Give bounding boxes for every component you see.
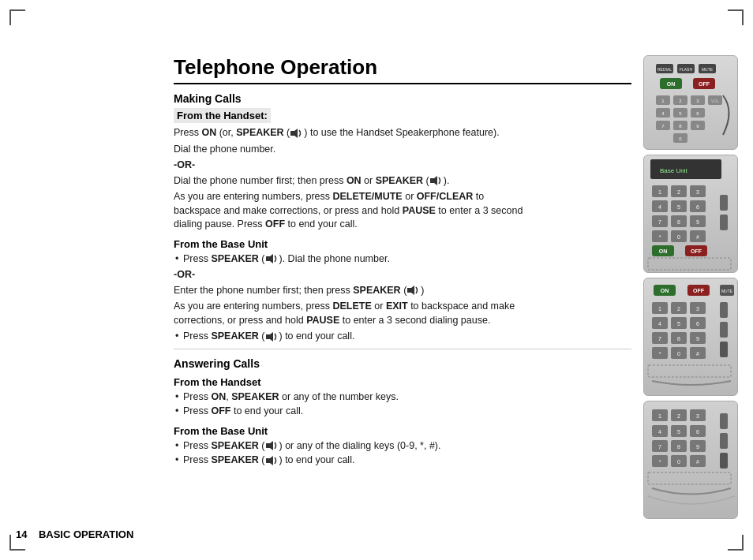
off-bold1: OFF [265, 218, 285, 230]
svg-text:4: 4 [658, 204, 661, 210]
svg-text:*: * [659, 459, 661, 465]
answer-handset-bullet1: Press ON, SPEAKER or any of the number k… [174, 390, 631, 405]
handset-line3: Dial the phone number first; then press … [174, 174, 631, 189]
svg-text:3: 3 [696, 306, 699, 312]
page-number: 14 [16, 528, 27, 540]
svg-text:OFF: OFF [699, 81, 710, 87]
svg-text:ON: ON [659, 248, 668, 254]
pause-bold1: PAUSE [403, 205, 436, 216]
svg-text:7: 7 [658, 336, 661, 342]
or-divider2: -OR- [174, 268, 631, 282]
phone-image-3: ON OFF MUTE 1 2 3 4 5 [643, 278, 738, 396]
speaker-bold8: SPEAKER [211, 454, 258, 465]
on-bold1: ON [201, 127, 216, 138]
section-label: BASIC OPERATION [39, 528, 133, 540]
svg-text:#: # [696, 234, 699, 240]
page-container: Telephone Operation Making Calls From th… [0, 0, 753, 560]
svg-text:9: 9 [696, 336, 699, 342]
base-bullet1: Press SPEAKER (). Dial the phone number. [174, 252, 631, 267]
answer-base-bullet1: Press SPEAKER () or any of the dialing k… [174, 439, 631, 454]
svg-text:5: 5 [677, 204, 680, 210]
delete-bold: DELETE [333, 301, 372, 312]
svg-marker-1 [430, 176, 437, 185]
answer-handset-subheading: From the Handset [174, 376, 631, 388]
on-bold3: ON [211, 391, 226, 402]
off-clear-bold: OFF/CLEAR [417, 191, 474, 202]
answering-calls-heading: Answering Calls [174, 357, 631, 370]
svg-text:OFF: OFF [691, 248, 702, 254]
exit-bold: EXIT [386, 301, 408, 312]
svg-text:*: * [659, 234, 661, 240]
svg-text:REDIAL: REDIAL [657, 67, 672, 72]
page-title: Telephone Operation [174, 55, 631, 84]
answer-base-list: Press SPEAKER () or any of the dialing k… [174, 439, 631, 468]
svg-rect-70 [720, 215, 728, 230]
svg-rect-103 [720, 322, 728, 338]
svg-rect-130 [720, 413, 728, 429]
from-base-subheading: From the Base Unit [174, 238, 631, 250]
svg-text:0: 0 [677, 234, 680, 240]
svg-text:5: 5 [677, 321, 680, 327]
svg-text:ON: ON [667, 81, 676, 87]
phone-svg-3: ON OFF MUTE 1 2 3 4 5 [644, 278, 738, 396]
speaker-bold1: SPEAKER [236, 127, 283, 138]
svg-text:MUTE: MUTE [721, 289, 733, 293]
svg-text:7: 7 [658, 219, 661, 225]
speaker-bold3: SPEAKER [211, 253, 258, 264]
svg-marker-5 [266, 441, 273, 450]
handset-line2: Dial the phone number. [174, 143, 631, 157]
corner-mark-tr [728, 9, 744, 25]
svg-text:FLASH: FLASH [680, 67, 693, 72]
answer-handset-list: Press ON, SPEAKER or any of the number k… [174, 390, 631, 419]
svg-text:5: 5 [677, 429, 680, 435]
svg-text:OFF: OFF [693, 288, 705, 293]
svg-text:ON: ON [661, 288, 669, 293]
svg-text:1: 1 [658, 189, 661, 195]
svg-text:3: 3 [696, 413, 699, 419]
svg-marker-3 [407, 286, 414, 295]
svg-marker-4 [266, 332, 273, 342]
svg-text:6: 6 [696, 204, 699, 210]
svg-text:4: 4 [658, 429, 661, 435]
making-calls-heading: Making Calls [174, 92, 631, 105]
phone-svg-4: 1 2 3 4 5 6 7 8 9 [644, 401, 738, 519]
speaker-bold6: SPEAKER [231, 391, 279, 402]
svg-text:2: 2 [677, 413, 680, 419]
svg-text:2: 2 [677, 189, 680, 195]
off-bold2: OFF [211, 405, 230, 416]
corner-mark-br [728, 535, 744, 551]
svg-text:VOL: VOL [711, 99, 719, 103]
svg-text:9: 9 [696, 219, 699, 225]
phone-svg-1: REDIAL FLASH MUTE ON OFF 1 2 3 V [644, 56, 738, 150]
svg-rect-133 [648, 472, 731, 484]
svg-text:MUTE: MUTE [702, 67, 714, 72]
pause-bold2: PAUSE [306, 315, 339, 326]
speaker-bold7: SPEAKER [211, 440, 258, 451]
svg-marker-0 [290, 129, 298, 138]
on-bold2: ON [347, 175, 362, 186]
phones-column: REDIAL FLASH MUTE ON OFF 1 2 3 V [639, 55, 742, 519]
base-bullet-list2: Press SPEAKER () to end your call. [174, 330, 631, 344]
svg-text:6: 6 [696, 429, 699, 435]
delete-mute-bold: DELETE/MUTE [333, 191, 403, 202]
svg-rect-69 [720, 195, 728, 211]
svg-text:7: 7 [658, 444, 661, 450]
speaker-bold2: SPEAKER [376, 175, 423, 186]
phone-image-2: Base Unit 1 2 3 4 5 6 [643, 155, 738, 273]
svg-text:1: 1 [658, 306, 661, 312]
svg-rect-105 [648, 365, 731, 377]
or-divider1: -OR- [174, 159, 631, 173]
svg-text:1: 1 [658, 413, 661, 419]
phone-image-1: REDIAL FLASH MUTE ON OFF 1 2 3 V [643, 55, 738, 150]
svg-text:Base Unit: Base Unit [660, 167, 687, 174]
answer-base-subheading: From the Base Unit [174, 425, 631, 437]
svg-text:6: 6 [696, 321, 699, 327]
svg-text:8: 8 [677, 336, 680, 342]
section-divider [174, 349, 631, 349]
phone-image-4: 1 2 3 4 5 6 7 8 9 [643, 401, 738, 519]
svg-text:4: 4 [658, 321, 661, 327]
svg-marker-2 [266, 254, 273, 263]
svg-rect-104 [720, 342, 728, 357]
svg-text:9: 9 [696, 444, 699, 450]
svg-rect-131 [720, 433, 728, 449]
